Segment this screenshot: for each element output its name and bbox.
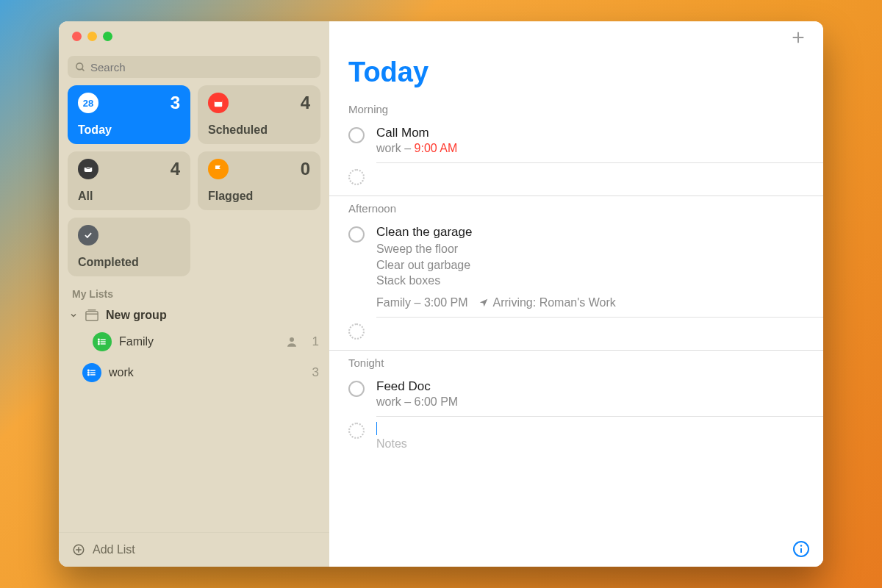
task-meta: Family – 3:00 PM Arriving: Roman's Work [376, 296, 804, 309]
app-window: 28 3 Today 4 Scheduled [59, 21, 823, 567]
task-checkbox-placeholder[interactable] [348, 423, 365, 439]
task-checkbox-placeholder[interactable] [348, 323, 365, 340]
location-arrow-icon [478, 298, 489, 308]
plus-circle-icon [72, 543, 85, 556]
smart-lists-grid: 28 3 Today 4 Scheduled [59, 85, 329, 276]
svg-rect-4 [86, 312, 98, 321]
plus-icon [790, 29, 806, 46]
search-field[interactable] [68, 56, 320, 78]
checkmark-icon [78, 225, 98, 245]
section-tonight: Tonight Feed Doc work – 6:00 PM Notes [329, 351, 823, 458]
task-title-input[interactable] [376, 421, 804, 436]
my-lists-heading: My Lists [59, 276, 329, 304]
list-name: Family [119, 335, 278, 348]
svg-point-19 [88, 374, 90, 376]
smart-scheduled-label: Scheduled [208, 123, 310, 137]
window-controls [59, 21, 329, 51]
section-morning: Morning Call Mom work – 9:00 AM [329, 97, 823, 196]
svg-point-17 [88, 370, 90, 371]
search-icon [75, 62, 86, 73]
chevron-down-icon [69, 311, 78, 320]
section-heading: Tonight [329, 351, 823, 375]
task-notes: Sweep the floor Clear out garbage Stack … [376, 241, 804, 289]
shared-icon [285, 335, 298, 348]
add-list-button[interactable]: Add List [59, 532, 329, 567]
svg-line-1 [82, 68, 84, 71]
section-heading: Morning [329, 97, 823, 121]
group-name: New group [106, 309, 167, 322]
task-placeholder-row[interactable] [329, 163, 823, 193]
new-reminder-button[interactable] [788, 27, 808, 48]
list-bullet-icon [93, 332, 112, 351]
info-icon [792, 540, 810, 558]
task-row[interactable]: Feed Doc work – 6:00 PM [329, 375, 823, 416]
task-title: Feed Doc [376, 379, 804, 394]
list-bullet-icon [82, 363, 101, 382]
task-placeholder-row[interactable] [329, 318, 823, 347]
tray-icon [78, 159, 98, 179]
search-input[interactable] [90, 61, 313, 74]
flag-icon [208, 159, 229, 179]
task-meta: work – 6:00 PM [376, 395, 804, 409]
group-row[interactable]: New group [59, 304, 329, 326]
calendar-icon [208, 93, 229, 113]
svg-rect-3 [215, 100, 223, 102]
task-meta: work – 9:00 AM [376, 142, 804, 155]
section-afternoon: Afternoon Clean the garage Sweep the flo… [329, 196, 823, 351]
task-checkbox[interactable] [348, 127, 365, 143]
smart-completed-label: Completed [78, 256, 180, 269]
list-row-work[interactable]: work 3 [59, 357, 329, 388]
smart-flagged-count: 0 [301, 159, 310, 179]
svg-point-10 [98, 339, 100, 340]
smart-all-label: All [78, 190, 180, 203]
task-row[interactable]: Call Mom work – 9:00 AM [329, 121, 823, 162]
task-checkbox[interactable] [348, 381, 365, 397]
window-close-button[interactable] [72, 32, 82, 41]
smart-list-completed[interactable]: Completed [68, 218, 190, 276]
add-list-label: Add List [93, 543, 135, 556]
smart-flagged-label: Flagged [208, 190, 310, 203]
smart-scheduled-count: 4 [301, 93, 310, 113]
window-minimize-button[interactable] [87, 32, 97, 41]
list-row-family[interactable]: Family 1 [59, 326, 329, 357]
main-toolbar [329, 21, 823, 54]
window-zoom-button[interactable] [103, 32, 112, 41]
smart-all-count: 4 [171, 159, 180, 179]
task-row[interactable]: Clean the garage Sweep the floor Clear o… [329, 220, 823, 317]
list-count: 1 [306, 334, 319, 349]
list-count: 3 [306, 365, 319, 380]
calendar-today-icon: 28 [78, 93, 98, 113]
main-pane: Today Morning Call Mom work – 9:00 AM [329, 21, 823, 567]
svg-point-12 [98, 343, 100, 345]
svg-point-0 [76, 62, 83, 69]
smart-today-count: 3 [171, 93, 180, 113]
task-editing-row[interactable]: Notes [329, 417, 823, 458]
svg-point-13 [290, 337, 294, 342]
svg-point-27 [800, 545, 802, 546]
section-heading: Afternoon [329, 196, 823, 220]
svg-point-18 [88, 372, 90, 373]
task-notes-placeholder[interactable]: Notes [376, 437, 804, 451]
folder-icon [84, 309, 100, 322]
smart-list-all[interactable]: 4 All [68, 151, 190, 210]
svg-point-11 [98, 341, 100, 343]
smart-list-flagged[interactable]: 0 Flagged [198, 151, 320, 210]
smart-list-today[interactable]: 28 3 Today [68, 85, 190, 144]
list-name: work [109, 366, 298, 379]
task-title: Clean the garage [376, 225, 804, 240]
smart-list-scheduled[interactable]: 4 Scheduled [198, 85, 320, 144]
task-checkbox[interactable] [348, 226, 365, 243]
task-checkbox-placeholder[interactable] [348, 169, 365, 185]
task-title: Call Mom [376, 126, 804, 140]
smart-today-label: Today [78, 123, 180, 137]
page-title: Today [329, 54, 823, 97]
sidebar: 28 3 Today 4 Scheduled [59, 21, 329, 567]
info-button[interactable] [792, 540, 810, 558]
